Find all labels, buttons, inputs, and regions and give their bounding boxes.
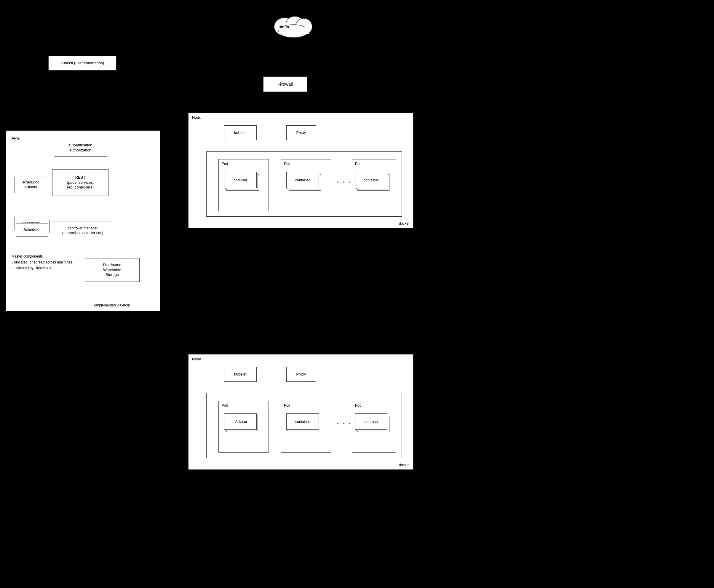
kubelet1-box: kubelet	[224, 125, 257, 140]
master-components-box: APIs authentication authorization REST (…	[6, 130, 160, 311]
master-components-label: Master components Colocated, or spread a…	[12, 254, 73, 271]
pod2c-outer: Pod container	[352, 401, 396, 453]
proxy2-box: Proxy	[286, 367, 316, 382]
svg-line-9	[80, 65, 95, 130]
pod1a-outer: Pod cAdvisor	[218, 159, 269, 211]
controller-manager-box: controller manager (replication controll…	[53, 221, 112, 240]
distributed-storage-box: Distributed Watchable Storage	[85, 258, 140, 282]
pod1c-outer: Pod container	[352, 159, 396, 211]
container1b-box: container	[286, 172, 319, 188]
container1c-box: container	[355, 172, 387, 188]
cadvisor1-box: cAdvisor	[224, 172, 257, 188]
kubectl-box: kubectl (user commands)	[48, 56, 117, 70]
kubelet2-box: kubelet	[224, 367, 257, 382]
auth-box: authentication authorization	[54, 139, 107, 157]
pod2b-outer: Pod container	[281, 401, 331, 453]
node1-container: Node docker kubelet Proxy Pod cAdvisor	[188, 112, 414, 228]
proxy1-box: Proxy	[286, 125, 316, 140]
docker2-label: docker	[399, 463, 410, 467]
container2b-box: container	[286, 414, 319, 430]
rest-box: REST (pods, services, rep. controllers)	[52, 169, 108, 196]
docker1-label: docker	[399, 222, 410, 226]
firewall-box: Firewall	[263, 77, 307, 92]
node2-label: Node	[192, 357, 201, 361]
container2c-box: container	[355, 414, 387, 430]
docker1-inner-box: Pod cAdvisor Pod container	[206, 151, 402, 217]
cadvisor2-box: cAdvisor	[224, 414, 257, 430]
dots1: · · ·	[337, 178, 352, 186]
node2-container: Node docker kubelet Proxy Pod cAdvisor	[188, 354, 414, 470]
apis-label: APIs	[12, 136, 20, 141]
pod1b-outer: Pod container	[281, 159, 331, 211]
internet-label: Internet	[264, 19, 305, 34]
pod2a-outer: Pod cAdvisor	[218, 401, 269, 453]
etcd-label: (implemented via etcd)	[85, 303, 140, 307]
docker2-inner-box: Pod cAdvisor Pod container	[206, 393, 402, 458]
scheduling-actuator-box: scheduling actuator	[15, 177, 47, 193]
dots2: · · ·	[337, 420, 352, 428]
node1-label: Node	[192, 115, 201, 120]
